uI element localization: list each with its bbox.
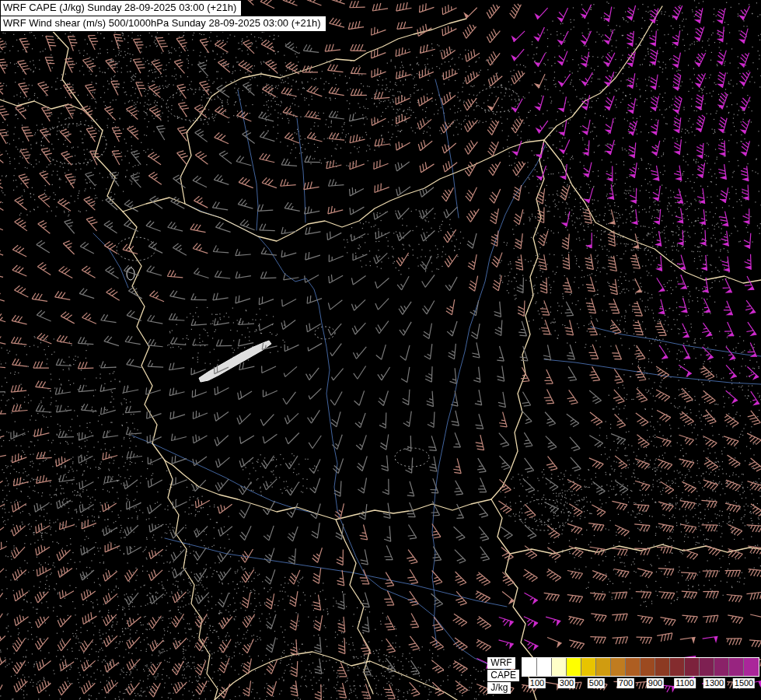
legend-swatch — [700, 658, 714, 676]
legend-model-label: WRF — [487, 657, 515, 669]
legend-swatch — [714, 658, 729, 676]
legend-tick-row: 100300500700900110013001500 — [522, 677, 759, 691]
legend-param-label: CAPE — [487, 670, 519, 681]
legend-tick-label: 1100 — [674, 678, 696, 688]
weather-map: WRF CAPE (J/kg) Sunday 28-09-2025 03:00 … — [0, 0, 761, 700]
title-line-windshear: WRF Wind shear (m/s) 500/1000hPa Sunday … — [0, 16, 326, 32]
legend-swatch — [537, 658, 552, 676]
legend-swatch-row — [522, 657, 759, 677]
legend-tick-label: 100 — [529, 678, 546, 688]
legend-tick-label: 1500 — [733, 678, 755, 688]
map-title: WRF CAPE (J/kg) Sunday 28-09-2025 03:00 … — [0, 0, 326, 32]
legend-tick-label: 1300 — [703, 678, 725, 688]
legend-tick-label: 900 — [647, 678, 664, 688]
legend-swatch — [611, 658, 626, 676]
legend-labels: WRF CAPE J/kg — [487, 657, 519, 694]
legend-swatch — [685, 658, 700, 676]
legend-swatch — [567, 658, 581, 676]
legend-swatch — [596, 658, 611, 676]
legend-swatch — [641, 658, 655, 676]
legend-swatch — [522, 658, 537, 676]
legend-swatch — [581, 658, 596, 676]
legend-swatch — [670, 658, 685, 676]
legend-swatch — [552, 658, 567, 676]
legend-tick-label: 500 — [588, 678, 605, 688]
legend-swatch — [655, 658, 670, 676]
legend-colorbar: 100300500700900110013001500 — [522, 657, 759, 691]
legend-unit-label: J/kg — [487, 682, 511, 694]
cape-legend: WRF CAPE J/kg 10030050070090011001300150… — [487, 657, 759, 694]
weather-map-canvas — [0, 0, 761, 700]
legend-swatch — [626, 658, 641, 676]
legend-tick-label: 700 — [617, 678, 634, 688]
legend-swatch — [744, 658, 759, 676]
legend-tick-label: 300 — [558, 678, 575, 688]
legend-swatch — [729, 658, 744, 676]
title-line-cape: WRF CAPE (J/kg) Sunday 28-09-2025 03:00 … — [0, 0, 242, 16]
